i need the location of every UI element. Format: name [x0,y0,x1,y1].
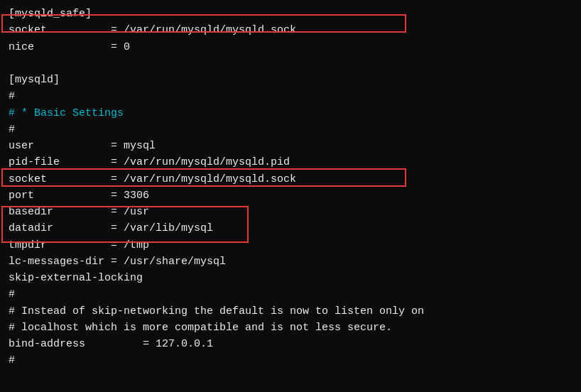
line-user: user = mysql [9,138,572,154]
line-tmpdir: tmpdir = /tmp [9,237,572,254]
line-port: port = 3306 [9,187,572,204]
terminal-window: [mysqld_safe] socket = /var/run/mysqld/m… [0,0,581,392]
line-mysqld-socket: socket = /var/run/mysqld/mysqld.sock [9,171,572,187]
line-comment-1: # [9,88,572,104]
line-skip-external: skip-external-locking [9,270,572,286]
line-mysqld-header: [mysqld] [9,72,572,88]
line-comment-4: # [9,352,572,369]
line-mysqld-safe-socket: socket = /var/run/mysqld/mysqld.sock [9,22,572,38]
line-datadir: datadir = /var/lib/mysql [9,220,572,236]
line-basic-settings: # * Basic Settings [9,105,572,121]
line-lc-messages: lc-messages-dir = /usr/share/mysql [9,254,572,270]
line-comment-2: # [9,121,572,138]
line-comment-3: # [9,286,572,303]
line-localhost-comment: # localhost which is more compatible and… [9,320,572,336]
line-mysqld-safe-nice: nice = 0 [9,39,572,55]
line-blank-1 [9,55,572,72]
line-instead-comment: # Instead of skip-networking the default… [9,303,572,320]
line-pid-file: pid-file = /var/run/mysqld/mysqld.pid [9,154,572,170]
line-basedir: basedir = /usr [9,204,572,220]
line-bind-address: bind-address = 127.0.0.1 [9,336,572,352]
line-mysqld-safe-header: [mysqld_safe] [9,6,572,22]
